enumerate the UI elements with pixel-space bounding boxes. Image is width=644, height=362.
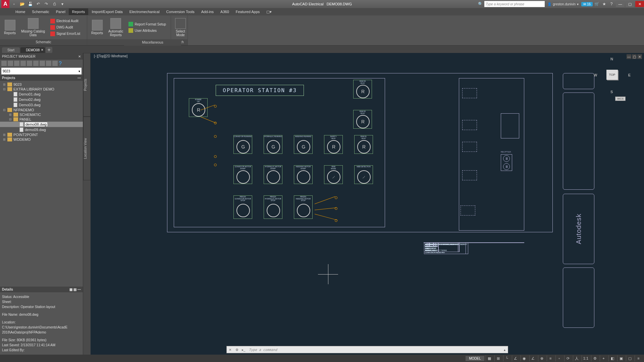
menu-electromechanical[interactable]: Electromechanical [126,8,163,15]
navigation-cube[interactable]: N S E W TOP [594,57,631,94]
pm-tool-2[interactable] [8,61,13,66]
cmd-close-icon[interactable]: ✕ [227,346,233,353]
status-gear-icon[interactable]: ⚙ [591,355,598,361]
menu-panel[interactable]: Panel [53,8,69,15]
vtab-projects[interactable]: Projects [83,53,91,117]
pm-tool-3[interactable] [14,61,19,66]
tab-close-icon[interactable]: ✕ [41,48,44,52]
status-ann-icon[interactable]: 人 [573,355,580,361]
tree-item[interactable]: ⊟EXTRA LIBRARY DEMO [0,87,83,92]
maximize-button[interactable]: ▢ [626,1,634,7]
pm-tool-1[interactable] [1,61,7,66]
reports-panel-button[interactable]: Reports [90,19,104,36]
status-iso-icon[interactable]: ◧ [608,355,616,361]
help-icon[interactable]: ? [608,1,615,7]
electrical-audit-button[interactable]: Electrical Audit [49,18,82,24]
pm-tool-7[interactable] [40,61,45,66]
pm-projects-section[interactable]: Projects— [0,75,83,81]
user-attributes-button[interactable]: User Attributes [127,27,167,34]
pm-close-icon[interactable]: ✕ [78,55,81,58]
status-polar-icon[interactable]: ∠ [512,355,519,361]
tree-item[interactable]: ⊟PANEL [0,117,83,122]
tree-item[interactable]: Demo01.dwg [0,92,83,97]
app-logo[interactable]: A [1,0,9,8]
automatic-reports-button[interactable]: Automatic Reports [107,17,124,38]
close-button[interactable]: ✕ [635,1,644,7]
qat-print-icon[interactable]: ⎙ [51,1,58,7]
tree-item[interactable]: ⊞POINT2POINT [0,132,83,137]
qat-open-icon[interactable]: 📂 [19,1,25,7]
viewport-max-icon[interactable]: ▢ [632,54,637,59]
qat-redo-icon[interactable]: ↷ [43,1,50,7]
tree-item[interactable]: demo09.dwg [0,127,83,132]
pm-help-icon[interactable]: ? [59,61,64,66]
status-cycle-icon[interactable]: ⟳ [564,355,572,361]
nav-south[interactable]: S [610,90,613,94]
status-plus-icon[interactable]: + [600,355,607,361]
nav-west[interactable]: W [594,73,597,77]
tree-item[interactable]: ⊞9023 [0,82,83,87]
command-line[interactable]: ✕ ⚙ ▸_ Type a command ▴ [226,346,508,353]
tree-item[interactable]: Demo02.dwg [0,97,83,102]
pm-tool-4[interactable] [20,61,26,66]
status-osnap-icon[interactable]: ◉ [521,355,528,361]
menu-reports[interactable]: Reports [69,8,89,15]
menu-addins[interactable]: Add-ins [198,8,217,15]
status-trans-icon[interactable]: ▫ [555,355,563,361]
status-custom-icon[interactable]: ≡ [635,355,642,361]
nav-east[interactable]: E [628,73,631,77]
viewport-label[interactable]: [−][Top][2D Wireframe] [93,53,129,59]
qat-more-icon[interactable]: ▾ [59,1,66,7]
tab-start[interactable]: Start [2,47,20,53]
missing-catalog-button[interactable]: Missing Catalog Data [20,17,46,38]
dwg-audit-button[interactable]: DWG Audit [49,24,82,31]
minimize-button[interactable]: — [616,1,625,7]
drawing-canvas[interactable]: [−][Top][2D Wireframe] — ▢ ✕ N S E W TOP… [91,53,644,355]
details-header[interactable]: Details▦ ▤ — [0,287,83,292]
status-scale[interactable]: 1:1 [582,355,590,361]
notification-badge[interactable]: ✉ 16 [581,2,593,6]
nav-top[interactable]: TOP [606,70,618,80]
tree-item[interactable]: demo08.dwg [0,122,83,127]
menu-conversion[interactable]: Conversion Tools [163,8,198,15]
search-icon[interactable]: 🔍 [477,1,484,7]
vtab-location[interactable]: Location View [83,117,91,180]
qat-new-icon[interactable]: ▫ [11,1,17,7]
pm-tool-6[interactable] [33,61,39,66]
status-clean-icon[interactable]: ▢ [626,355,633,361]
pm-tool-9[interactable] [52,61,58,66]
user-badge[interactable]: 👤 greston.dunivin ▾ [545,2,581,6]
cmd-expand-icon[interactable]: ▴ [501,346,508,353]
status-track-icon[interactable]: ∠ [529,355,537,361]
menu-featured[interactable]: Featured Apps [232,8,263,15]
pm-project-combo[interactable]: 9023▾ [1,68,82,74]
status-snap-icon[interactable]: ⊞ [494,355,502,361]
qat-undo-icon[interactable]: ↶ [35,1,42,7]
model-space-button[interactable]: MODEL [466,356,484,361]
menu-more-icon[interactable]: ▢▾ [263,8,275,15]
pm-tool-5[interactable] [27,61,32,66]
tree-item[interactable]: ⊞SCHEMATIC [0,112,83,117]
reports-schematic-button[interactable]: Reports [3,19,17,36]
tab-demo08[interactable]: DEMO08✕ [20,47,45,53]
status-ortho-icon[interactable]: └ [503,355,511,361]
status-hw-icon[interactable]: ▣ [617,355,625,361]
search-input[interactable]: Type a keyword or phrase [484,1,545,7]
viewport-close-icon[interactable]: ✕ [637,54,642,59]
project-tree[interactable]: ⊞9023⊟EXTRA LIBRARY DEMODemo01.dwgDemo02… [0,81,83,287]
add-tab-button[interactable]: + [46,47,52,53]
pm-tool-8[interactable] [46,61,51,66]
qat-save-icon[interactable]: 💾 [27,1,34,7]
select-mode-button[interactable]: Select Mode [174,17,187,38]
cart-icon[interactable]: 🛒 [593,1,600,7]
menu-import-export[interactable]: Import/Export Data [88,8,126,15]
menu-a360[interactable]: A360 [217,8,232,15]
menu-home[interactable]: Home [12,8,29,15]
tree-item[interactable]: Demo03.dwg [0,102,83,108]
signal-error-button[interactable]: Signal Error/List [49,31,82,37]
status-dyn-icon[interactable]: ⊕ [538,355,545,361]
tree-item[interactable]: ⊞WDDEMO [0,137,83,142]
menu-schematic[interactable]: Schematic [29,8,52,15]
status-lw-icon[interactable]: ≡ [547,355,554,361]
favorite-icon[interactable]: ★ [601,1,607,7]
